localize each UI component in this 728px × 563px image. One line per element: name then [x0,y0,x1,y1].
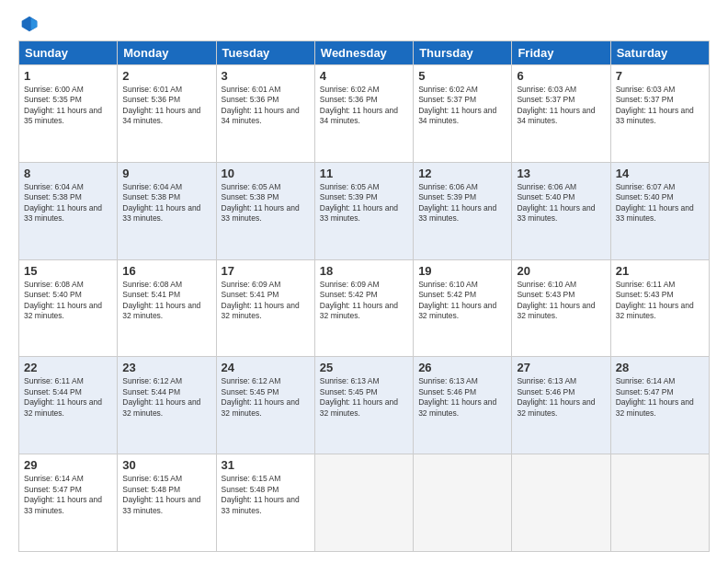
day-number: 11 [320,167,408,180]
cell-details: Sunrise: 6:07 AMSunset: 5:40 PMDaylight:… [616,182,694,223]
cell-details: Sunrise: 6:01 AMSunset: 5:36 PMDaylight:… [222,85,300,125]
day-number: 12 [418,167,506,180]
day-number: 23 [122,361,210,374]
day-number: 22 [24,361,112,374]
calendar-cell: 19 Sunrise: 6:10 AMSunset: 5:42 PMDaylig… [414,259,512,357]
day-number: 7 [616,69,704,83]
col-tuesday: Tuesday [216,41,314,65]
day-number: 3 [222,69,310,83]
day-number: 19 [418,264,506,278]
calendar-cell: 21 Sunrise: 6:11 AMSunset: 5:43 PMDaylig… [610,259,709,357]
header-row: Sunday Monday Tuesday Wednesday Thursday… [19,41,710,65]
calendar-cell: 9 Sunrise: 6:04 AMSunset: 5:38 PMDayligh… [118,162,216,259]
cell-details: Sunrise: 6:06 AMSunset: 5:39 PMDaylight:… [418,182,496,223]
calendar-cell: 11 Sunrise: 6:05 AMSunset: 5:39 PMDaylig… [314,162,413,259]
cell-details: Sunrise: 6:12 AMSunset: 5:45 PMDaylight:… [222,376,300,417]
day-number: 14 [616,167,704,180]
calendar-cell: 4 Sunrise: 6:02 AMSunset: 5:36 PMDayligh… [314,65,413,163]
cell-details: Sunrise: 6:01 AMSunset: 5:36 PMDaylight:… [122,85,200,125]
day-number: 18 [320,264,408,278]
cell-details: Sunrise: 6:14 AMSunset: 5:47 PMDaylight:… [24,474,102,514]
calendar-cell: 5 Sunrise: 6:02 AMSunset: 5:37 PMDayligh… [414,65,512,163]
day-number: 29 [24,458,112,472]
day-number: 31 [222,458,310,472]
cell-details: Sunrise: 6:14 AMSunset: 5:47 PMDaylight:… [616,376,694,417]
calendar-cell: 12 Sunrise: 6:06 AMSunset: 5:39 PMDaylig… [414,162,512,259]
calendar-cell: 22 Sunrise: 6:11 AMSunset: 5:44 PMDaylig… [19,357,118,454]
cell-details: Sunrise: 6:06 AMSunset: 5:40 PMDaylight:… [517,182,595,223]
col-monday: Monday [118,41,216,65]
cell-details: Sunrise: 6:08 AMSunset: 5:40 PMDaylight:… [24,280,102,320]
col-saturday: Saturday [610,41,709,65]
day-number: 16 [122,264,210,278]
calendar-cell: 23 Sunrise: 6:12 AMSunset: 5:44 PMDaylig… [118,357,216,454]
calendar-cell [610,454,709,552]
page: Sunday Monday Tuesday Wednesday Thursday… [0,0,728,563]
day-number: 9 [122,167,210,180]
calendar-cell: 28 Sunrise: 6:14 AMSunset: 5:47 PMDaylig… [610,357,709,454]
col-thursday: Thursday [414,41,512,65]
cell-details: Sunrise: 6:00 AMSunset: 5:35 PMDaylight:… [24,85,102,125]
week-row: 1 Sunrise: 6:00 AMSunset: 5:35 PMDayligh… [19,65,710,163]
day-number: 2 [122,69,210,83]
header [18,15,710,33]
cell-details: Sunrise: 6:09 AMSunset: 5:41 PMDaylight:… [222,280,300,320]
day-number: 25 [320,361,408,374]
cell-details: Sunrise: 6:05 AMSunset: 5:39 PMDaylight:… [320,182,398,223]
cell-details: Sunrise: 6:08 AMSunset: 5:41 PMDaylight:… [122,280,200,320]
cell-details: Sunrise: 6:15 AMSunset: 5:48 PMDaylight:… [222,474,300,514]
day-number: 17 [222,264,310,278]
calendar-cell: 7 Sunrise: 6:03 AMSunset: 5:37 PMDayligh… [610,65,709,163]
calendar-cell: 10 Sunrise: 6:05 AMSunset: 5:38 PMDaylig… [216,162,314,259]
calendar-cell: 15 Sunrise: 6:08 AMSunset: 5:40 PMDaylig… [19,259,118,357]
calendar-cell: 13 Sunrise: 6:06 AMSunset: 5:40 PMDaylig… [512,162,610,259]
day-number: 8 [24,167,112,180]
calendar-cell: 25 Sunrise: 6:13 AMSunset: 5:45 PMDaylig… [314,357,413,454]
calendar-cell [414,454,512,552]
calendar-cell: 6 Sunrise: 6:03 AMSunset: 5:37 PMDayligh… [512,65,610,163]
day-number: 30 [122,458,210,472]
cell-details: Sunrise: 6:11 AMSunset: 5:44 PMDaylight:… [24,376,102,417]
week-row: 8 Sunrise: 6:04 AMSunset: 5:38 PMDayligh… [19,162,710,259]
week-row: 22 Sunrise: 6:11 AMSunset: 5:44 PMDaylig… [19,357,710,454]
cell-details: Sunrise: 6:02 AMSunset: 5:36 PMDaylight:… [320,85,398,125]
day-number: 27 [517,361,605,374]
day-number: 13 [517,167,605,180]
calendar-cell: 29 Sunrise: 6:14 AMSunset: 5:47 PMDaylig… [19,454,118,552]
calendar-cell: 27 Sunrise: 6:13 AMSunset: 5:46 PMDaylig… [512,357,610,454]
calendar-cell: 8 Sunrise: 6:04 AMSunset: 5:38 PMDayligh… [19,162,118,259]
day-number: 5 [418,69,506,83]
cell-details: Sunrise: 6:13 AMSunset: 5:46 PMDaylight:… [418,376,496,417]
cell-details: Sunrise: 6:05 AMSunset: 5:38 PMDaylight:… [222,182,300,223]
cell-details: Sunrise: 6:10 AMSunset: 5:42 PMDaylight:… [418,280,496,320]
calendar-cell: 1 Sunrise: 6:00 AMSunset: 5:35 PMDayligh… [19,65,118,163]
calendar-cell: 16 Sunrise: 6:08 AMSunset: 5:41 PMDaylig… [118,259,216,357]
col-wednesday: Wednesday [314,41,413,65]
calendar-cell: 31 Sunrise: 6:15 AMSunset: 5:48 PMDaylig… [216,454,314,552]
cell-details: Sunrise: 6:12 AMSunset: 5:44 PMDaylight:… [122,376,200,417]
calendar-cell [314,454,413,552]
calendar-cell: 3 Sunrise: 6:01 AMSunset: 5:36 PMDayligh… [216,65,314,163]
calendar-cell: 18 Sunrise: 6:09 AMSunset: 5:42 PMDaylig… [314,259,413,357]
calendar-cell: 30 Sunrise: 6:15 AMSunset: 5:48 PMDaylig… [118,454,216,552]
day-number: 21 [616,264,704,278]
logo [18,15,39,33]
col-friday: Friday [512,41,610,65]
calendar: Sunday Monday Tuesday Wednesday Thursday… [18,40,710,552]
cell-details: Sunrise: 6:10 AMSunset: 5:43 PMDaylight:… [517,280,595,320]
day-number: 24 [222,361,310,374]
cell-details: Sunrise: 6:04 AMSunset: 5:38 PMDaylight:… [24,182,102,223]
day-number: 10 [222,167,310,180]
cell-details: Sunrise: 6:04 AMSunset: 5:38 PMDaylight:… [122,182,200,223]
day-number: 26 [418,361,506,374]
day-number: 28 [616,361,704,374]
cell-details: Sunrise: 6:13 AMSunset: 5:46 PMDaylight:… [517,376,595,417]
col-sunday: Sunday [19,41,118,65]
day-number: 1 [24,69,112,83]
calendar-cell: 20 Sunrise: 6:10 AMSunset: 5:43 PMDaylig… [512,259,610,357]
cell-details: Sunrise: 6:03 AMSunset: 5:37 PMDaylight:… [517,85,595,125]
calendar-cell: 17 Sunrise: 6:09 AMSunset: 5:41 PMDaylig… [216,259,314,357]
logo-icon [20,15,39,33]
cell-details: Sunrise: 6:11 AMSunset: 5:43 PMDaylight:… [616,280,694,320]
day-number: 20 [517,264,605,278]
